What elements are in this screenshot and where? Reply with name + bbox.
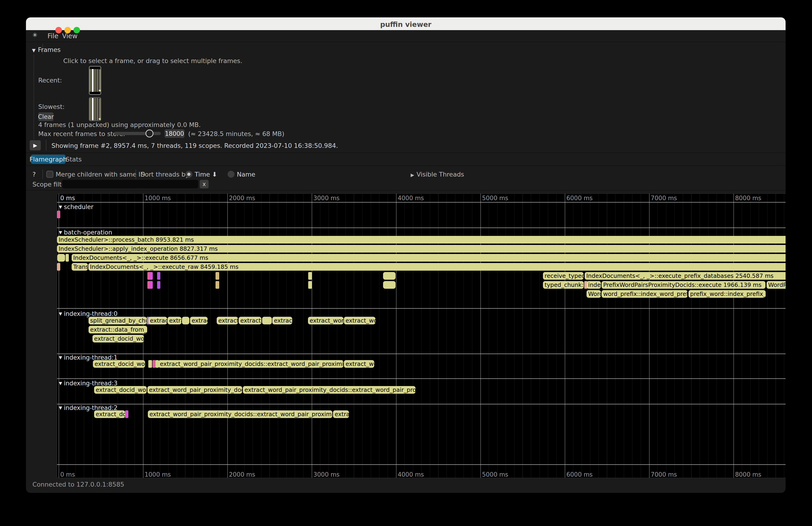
scope-bar[interactable]: extract_word_pair_proximity_docids::extr… [243,386,416,394]
scope-bar[interactable]: extract_wo [344,360,374,368]
visible-threads-header[interactable]: ▶Visible Threads [411,171,464,178]
scope-bar[interactable] [153,360,156,368]
scope-bar[interactable]: WordPr [767,281,786,289]
scope-bar[interactable]: receive_typed_ [543,272,583,280]
axis-tick-label: 4000 ms [398,471,424,478]
scope-bar[interactable]: typed_chunk::w [543,281,584,289]
scope-bar[interactable]: extract_docid_word [92,335,144,342]
scope-bar[interactable]: prefix_word::index_prefix_wo [688,290,766,298]
scope-label: extract_ [218,317,238,324]
clear-filter-button[interactable]: x [200,180,208,188]
axis-tick-label: 1000 ms [145,471,171,478]
scope-bar[interactable] [308,272,312,280]
scope-bar[interactable]: IndexScheduler>::process_batch 8953.821 … [57,236,786,244]
scope-bar[interactable]: extract [272,317,292,324]
thread-header-batch-operation[interactable]: ▼batch-operation [59,229,112,236]
scope-bar[interactable]: IndexScheduler>::apply_index_operation 8… [57,245,786,252]
scope-bar[interactable]: extract_word_pair_proximity_docids::extr… [148,410,332,418]
tab-stats[interactable]: Stats [66,155,82,164]
scope-bar[interactable]: extract_ [239,317,261,324]
menu-item-view[interactable]: View [62,32,77,40]
scope-bar[interactable] [149,272,153,280]
scope-bar[interactable]: Trans [72,263,88,271]
thread-section-separator [57,404,786,404]
scope-bar[interactable]: extract_ [217,317,238,324]
scope-bar[interactable]: extra [168,317,182,324]
frames-section-header[interactable]: ▼Frames [32,46,61,53]
slider-knob[interactable] [146,130,154,137]
scope-label: extrac [192,317,208,324]
tab-flamegraph[interactable]: Flamegraph [31,155,66,164]
scope-bar[interactable] [148,360,152,368]
scope-bar[interactable]: extract::data_from_ob [88,326,147,334]
axis-tick-label: 3000 ms [313,195,339,202]
scope-label: extract_wo [346,317,375,324]
max-frames-value[interactable]: 18000 [164,129,185,138]
scope-bar[interactable]: IndexDocuments<_, _>::execute_raw 8459.1… [88,263,786,271]
scope-bar[interactable]: Word [586,290,601,298]
scope-label: Word [588,291,601,297]
scope-bar[interactable] [216,272,219,280]
scope-bar[interactable] [308,281,312,289]
scope-bar[interactable]: extract [148,317,167,324]
scope-filter-input[interactable] [62,180,198,188]
scope-bar[interactable]: IndexDocuments<_, _>::execute 8656.677 m… [72,254,786,262]
scope-bar[interactable]: extract_word_pair_proximity_docids::extr… [158,360,344,368]
recent-frames-thumbnail[interactable] [89,66,101,95]
scope-bar[interactable]: extract_wo [344,317,375,324]
frame-stripe [97,69,98,92]
scope-bar[interactable] [182,317,189,324]
scope-bar[interactable] [262,317,272,324]
thread-header-scheduler[interactable]: ▼scheduler [59,203,93,210]
sort-radio-time[interactable] [185,171,192,178]
scope-bar[interactable]: IndexDocuments<_, _>::execute_prefix_dat… [585,272,786,280]
frame-stripe [94,69,96,92]
scope-bar[interactable]: extract_docid_word [94,386,147,394]
scope-bar[interactable] [66,254,69,262]
scope-bar[interactable] [383,272,395,280]
scope-label: extract_word [309,317,344,324]
flamegraph-canvas[interactable]: 0 ms1000 ms2000 ms3000 ms4000 ms5000 ms6… [57,193,786,478]
scope-bar[interactable]: extract_word [308,317,344,324]
scope-bar[interactable] [125,410,128,418]
thread-section-separator [57,464,786,465]
scope-bar[interactable]: extract_doc [94,410,125,418]
theme-toggle-icon[interactable]: ✳ [32,31,38,39]
scope-bar[interactable]: index [586,281,601,289]
menu-item-file[interactable]: File [47,32,58,40]
scope-bar[interactable] [57,254,65,262]
scope-label: extract_word_pair_proximity_docids::extr… [160,361,344,367]
play-button[interactable]: ▶ [30,140,41,150]
scope-bar[interactable]: extrac [190,317,208,324]
scope-bar[interactable] [383,281,395,289]
scope-bar[interactable] [157,272,160,280]
scope-bar[interactable] [57,210,60,218]
showing-frame-status: Showing frame #2, 8957.4 ms, 7 threads, … [52,142,338,149]
scope-label: WordPr [768,281,786,288]
scope-label: extract_docid_word [94,335,144,342]
sort-radio-name[interactable] [228,171,234,178]
scope-bar[interactable] [149,281,153,289]
scope-bar[interactable]: word_prefix::index_word_prefix_ [601,290,687,298]
scope-bar[interactable] [57,263,60,271]
help-button[interactable]: ? [32,171,36,178]
scope-bar[interactable]: extrac [333,410,349,418]
thread-header-indexing-thread-3[interactable]: ▼indexing-thread:3 [59,380,117,387]
scope-bar[interactable] [216,281,219,289]
clear-button[interactable]: Clear [38,112,54,121]
frame-stripe [94,98,96,120]
thread-header-indexing-thread-0[interactable]: ▼indexing-thread:0 [59,310,117,317]
scope-bar[interactable] [157,281,160,289]
max-frames-note: (≈ 23428.5 minutes, ≈ 68 MB) [188,130,284,137]
slowest-frames-thumbnail[interactable] [89,97,101,121]
scope-bar[interactable]: PrefixWordPairsProximityDocids::execute … [601,281,765,289]
merge-children-checkbox[interactable] [46,171,53,178]
radio-dot [187,173,190,176]
menubar: ✳ FileView [26,30,786,42]
scope-bar[interactable]: extract_docid_word [93,360,145,368]
titlebar[interactable]: puffin viewer [26,17,786,30]
recent-label: Recent: [38,77,62,84]
max-frames-slider[interactable] [114,132,161,135]
scope-bar[interactable]: extract_word_pair_proximity_docids [147,386,242,394]
scope-bar[interactable]: split_grenad_by_chun [88,317,147,324]
